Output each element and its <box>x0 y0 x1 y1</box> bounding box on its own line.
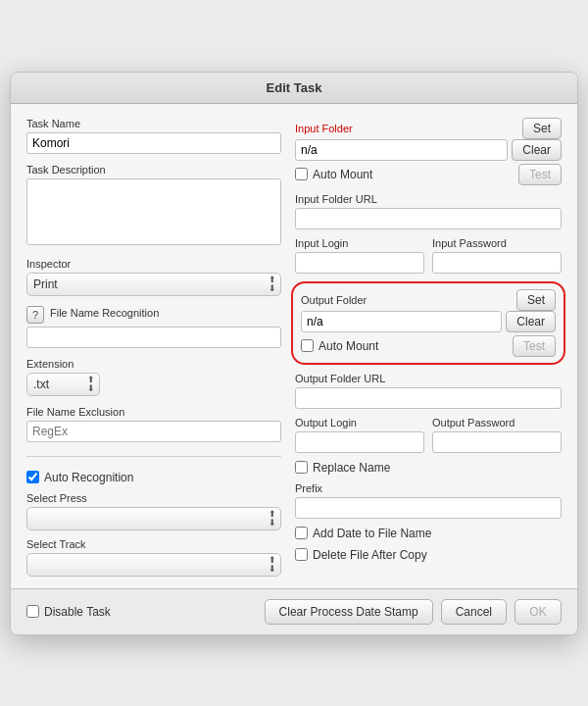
file-name-exclusion-section: File Name Exclusion <box>26 406 281 442</box>
output-folder-url-section: Output Folder URL <box>295 373 562 409</box>
prefix-label: Prefix <box>295 482 562 494</box>
output-folder-input[interactable] <box>301 311 502 332</box>
output-login-section: Output Login <box>295 417 424 453</box>
input-folder-set-button[interactable]: Set <box>522 118 562 139</box>
extension-select[interactable]: .txt <box>26 373 100 396</box>
delete-file-label: Delete File After Copy <box>313 548 427 562</box>
inspector-select-wrap: Print ⬆⬇ <box>26 273 281 296</box>
output-folder-clear-button[interactable]: Clear <box>506 311 556 332</box>
output-folder-header: Output Folder Set <box>301 289 556 311</box>
output-password-section: Output Password <box>432 417 562 453</box>
output-login-label: Output Login <box>295 417 424 429</box>
left-column: Task Name Task Description Inspector Pri… <box>26 118 281 577</box>
input-folder-url-section: Input Folder URL <box>295 193 562 229</box>
task-name-section: Task Name <box>26 118 281 154</box>
delete-file-row: Delete File After Copy <box>295 548 562 562</box>
output-folder-row: Clear <box>301 311 556 332</box>
clear-process-date-stamp-button[interactable]: Clear Process Date Stamp <box>265 599 433 625</box>
input-folder-clear-button[interactable]: Clear <box>512 139 562 161</box>
add-date-label: Add Date to File Name <box>313 527 431 540</box>
file-name-exclusion-label: File Name Exclusion <box>26 406 281 418</box>
input-login-input[interactable] <box>295 252 424 274</box>
output-folder-url-label: Output Folder URL <box>295 373 562 384</box>
extension-section: Extension .txt ⬆⬇ <box>26 358 281 396</box>
task-desc-section: Task Description <box>26 164 281 248</box>
file-name-recognition-label: File Name Recognition <box>50 307 159 319</box>
input-folder-label: Input Folder <box>295 123 516 134</box>
right-column: Input Folder Set Clear Auto Mount Test <box>295 118 562 577</box>
output-password-input[interactable] <box>432 431 562 453</box>
disable-task-row: Disable Task <box>26 605 111 619</box>
input-login-label: Input Login <box>295 237 424 249</box>
output-credentials-row: Output Login Output Password <box>295 417 562 453</box>
select-track-label: Select Track <box>26 538 281 550</box>
input-folder-header: Input Folder Set <box>295 118 562 139</box>
output-auto-mount-row: Auto Mount <box>301 339 378 353</box>
cancel-button[interactable]: Cancel <box>441 599 507 625</box>
task-desc-input[interactable] <box>26 178 281 245</box>
disable-task-checkbox[interactable] <box>26 605 39 618</box>
input-login-section: Input Login <box>295 237 424 274</box>
input-auto-mount-label: Auto Mount <box>313 168 372 181</box>
file-name-exclusion-input[interactable] <box>26 421 281 442</box>
file-name-recognition-section: ? File Name Recognition <box>26 306 281 348</box>
file-name-recognition-input[interactable] <box>26 327 281 348</box>
prefix-section: Prefix <box>295 482 562 519</box>
edit-task-dialog: Edit Task Task Name Task Description Ins… <box>10 72 578 635</box>
output-login-input[interactable] <box>295 431 424 453</box>
extension-select-wrap: .txt ⬆⬇ <box>26 373 100 396</box>
output-folder-highlighted-section: Output Folder Set Clear Auto Mount Test <box>291 281 565 365</box>
input-auto-mount-row: Auto Mount <box>295 168 372 181</box>
extension-row: .txt ⬆⬇ <box>26 373 281 396</box>
output-password-label: Output Password <box>432 417 562 429</box>
add-date-checkbox[interactable] <box>295 527 308 539</box>
output-folder-url-input[interactable] <box>295 387 562 409</box>
auto-recognition-label: Auto Recognition <box>44 471 133 484</box>
select-press-wrap: ⬆⬇ <box>26 507 281 530</box>
select-press-select[interactable] <box>26 507 281 530</box>
prefix-input[interactable] <box>295 497 562 519</box>
output-folder-test-button[interactable]: Test <box>513 335 556 357</box>
task-name-label: Task Name <box>26 118 281 129</box>
input-folder-test-button[interactable]: Test <box>518 164 562 185</box>
auto-recognition-checkbox[interactable] <box>26 471 39 483</box>
auto-recognition-row: Auto Recognition <box>26 471 281 484</box>
input-password-label: Input Password <box>432 237 562 249</box>
delete-file-checkbox[interactable] <box>295 548 308 561</box>
select-track-wrap: ⬆⬇ <box>26 553 281 577</box>
inspector-label: Inspector <box>26 258 281 270</box>
task-desc-label: Task Description <box>26 164 281 176</box>
select-press-section: Select Press ⬆⬇ <box>26 492 281 530</box>
select-press-label: Select Press <box>26 492 281 504</box>
input-credentials-row: Input Login Input Password <box>295 237 562 274</box>
question-button[interactable]: ? <box>26 306 44 324</box>
input-folder-url-label: Input Folder URL <box>295 193 562 205</box>
inspector-section: Inspector Print ⬆⬇ <box>26 258 281 296</box>
output-auto-mount-checkbox[interactable] <box>301 339 314 352</box>
footer-left: Disable Task <box>26 605 257 619</box>
extension-label: Extension <box>26 358 281 370</box>
ok-button[interactable]: OK <box>514 599 562 625</box>
output-folder-set-button[interactable]: Set <box>516 289 556 311</box>
dialog-footer: Disable Task Clear Process Date Stamp Ca… <box>11 588 577 634</box>
input-folder-row: Clear <box>295 139 562 161</box>
file-name-recognition-row: ? File Name Recognition <box>26 306 281 324</box>
input-folder-input[interactable] <box>295 139 508 161</box>
auto-recognition-section: Auto Recognition Select Press ⬆⬇ Select … <box>26 471 281 577</box>
replace-name-checkbox[interactable] <box>295 461 308 474</box>
input-auto-mount-checkbox[interactable] <box>295 168 308 180</box>
footer-right: Clear Process Date Stamp Cancel OK <box>265 599 562 625</box>
input-folder-section: Input Folder Set Clear Auto Mount Test <box>295 118 562 185</box>
select-track-select[interactable] <box>26 553 281 577</box>
disable-task-label: Disable Task <box>44 605 111 619</box>
add-date-row: Add Date to File Name <box>295 527 562 540</box>
task-name-input[interactable] <box>26 132 281 154</box>
divider <box>26 456 281 457</box>
input-folder-url-input[interactable] <box>295 208 562 229</box>
inspector-select[interactable]: Print <box>26 273 281 296</box>
dialog-body: Task Name Task Description Inspector Pri… <box>11 104 577 588</box>
output-folder-label: Output Folder <box>301 294 511 306</box>
input-password-section: Input Password <box>432 237 562 274</box>
input-password-input[interactable] <box>432 252 562 274</box>
dialog-title: Edit Task <box>11 73 577 104</box>
